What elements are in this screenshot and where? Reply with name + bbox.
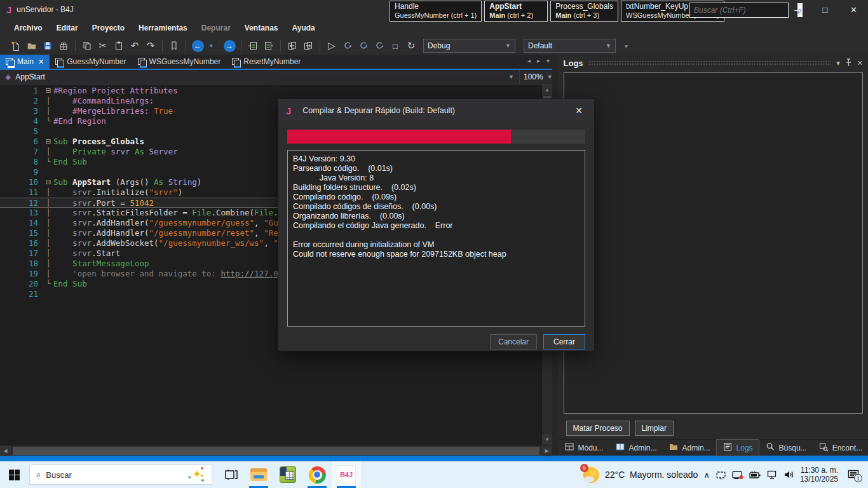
menu-editar[interactable]: Editar <box>50 21 85 35</box>
ide-search-input[interactable] <box>690 3 797 17</box>
tab-guessmynumber[interactable]: GuessMyNumber <box>50 55 132 69</box>
chevron-down-icon: ▼ <box>508 74 519 80</box>
line-number: 8 <box>0 157 43 167</box>
taskbar-app-b4j[interactable]: B4J <box>332 461 361 488</box>
scroll-up-icon[interactable]: ▲ <box>542 85 552 95</box>
copy-icon[interactable] <box>80 39 94 53</box>
tab-resetmynumber[interactable]: ResetMyNumber <box>226 55 306 69</box>
tab-wsguessmynumber[interactable]: WSGuessMyNumber <box>132 55 227 69</box>
redo-icon[interactable]: ↷ <box>144 39 158 53</box>
scroll-right-icon[interactable]: ▶ <box>541 445 552 456</box>
scroll-left-icon[interactable]: ◀ <box>0 445 11 456</box>
cut-icon[interactable]: ✂ <box>96 39 110 53</box>
run-icon[interactable]: ▷ <box>325 39 339 53</box>
nav-back-caret-icon[interactable]: ▾ <box>207 39 220 53</box>
menu-depurar[interactable]: Depurar <box>195 21 237 35</box>
stop-icon[interactable]: □ <box>388 39 402 53</box>
kill-process-button[interactable]: Matar Proceso <box>566 421 630 436</box>
bookmark-icon[interactable] <box>167 39 181 53</box>
quick-access-appstart[interactable]: AppStartMain (ctrl + 2) <box>484 1 548 22</box>
cancel-button[interactable]: Cancelar <box>490 334 537 349</box>
toolbar: ✂↶↷←▾→▷□↻ Debug▼ Default▼ ▾ <box>0 37 868 55</box>
panel-tab-logs[interactable]: Logs <box>716 439 759 456</box>
toolbar-overflow-icon[interactable]: ▾ <box>625 43 628 50</box>
fold-toggle-icon[interactable]: ⊟ <box>43 177 53 187</box>
panel-grip[interactable] <box>588 60 832 65</box>
scroll-down-icon[interactable]: ▼ <box>542 434 552 445</box>
compile-log-output[interactable]: B4J Versión: 9.30Parseando código. (0.01… <box>287 150 585 327</box>
quick-access-handle[interactable]: HandleGuessMyNumber (ctrl + 1) <box>390 1 482 22</box>
horizontal-scroll-thumb[interactable] <box>13 447 539 455</box>
taskbar-app-explorer[interactable] <box>244 461 273 488</box>
build-configuration-select[interactable]: Default▼ <box>524 39 616 53</box>
close-dialog-button[interactable]: Cerrar <box>543 334 585 349</box>
shift-right-icon[interactable] <box>301 39 315 53</box>
tabs-list-icon[interactable]: ▾ <box>546 57 550 64</box>
restart-icon[interactable]: ↻ <box>404 39 418 53</box>
clear-logs-button[interactable]: Limpiar <box>635 421 674 436</box>
quick-access-process_globals[interactable]: Process_GlobalsMain (ctrl + 3) <box>550 1 618 22</box>
tab-main[interactable]: Main✕ <box>0 55 50 69</box>
close-button[interactable]: ✕ <box>839 0 868 19</box>
taskbar-app-chrome[interactable] <box>302 461 332 488</box>
panel-tab-admin[interactable]: Admin... <box>609 440 663 456</box>
taskbar-clock[interactable]: 11:30 a. m. 13/10/2025 <box>800 466 838 484</box>
panel-tab-admin[interactable]: Admin... <box>663 440 716 456</box>
close-icon[interactable]: ✕ <box>857 59 863 67</box>
tabs-scroll-right-icon[interactable]: ▸ <box>537 57 540 64</box>
nav-back-icon[interactable]: ← <box>191 39 205 53</box>
taskbar-app-calc[interactable] <box>273 461 302 488</box>
debug-resume-icon[interactable] <box>372 39 386 53</box>
dialog-title-bar[interactable]: J Compilar & Depurar Rápido (Build: Defa… <box>278 99 594 122</box>
paste-icon[interactable] <box>112 39 126 53</box>
editor-horizontal-scrollbar[interactable]: ◀ ▶ <box>0 445 552 456</box>
minimize-button[interactable]: – <box>782 0 811 19</box>
screen-record-icon[interactable] <box>732 470 743 480</box>
logs-output-area[interactable] <box>564 72 864 414</box>
modules-icon[interactable] <box>57 39 71 53</box>
panel-tab-búsqu[interactable]: Búsqu... <box>759 440 813 456</box>
comment-remove-icon[interactable] <box>262 39 276 53</box>
shift-left-icon[interactable] <box>285 39 299 53</box>
menu-proyecto[interactable]: Proyecto <box>86 21 131 35</box>
volume-icon[interactable] <box>783 470 794 479</box>
debug-step-icon[interactable] <box>356 39 370 53</box>
menu-ventanas[interactable]: Ventanas <box>238 21 285 35</box>
editor-zoom-select[interactable]: 100%▼ <box>519 70 552 84</box>
menu-archivo[interactable]: Archivo <box>8 21 49 35</box>
sub-navigator-dropdown[interactable]: ◈ AppStart ▼ <box>0 72 519 81</box>
panel-tab-encont[interactable]: Encont... <box>813 440 868 456</box>
tabs-scroll-left-icon[interactable]: ◂ <box>527 57 531 64</box>
dialog-close-icon[interactable]: ✕ <box>571 104 587 117</box>
menu-ayuda[interactable]: Ayuda <box>286 21 322 35</box>
tray-chevron-icon[interactable]: ∧ <box>703 470 710 480</box>
network-icon[interactable] <box>767 470 778 479</box>
notification-center-button[interactable]: 1 <box>844 470 863 480</box>
fold-toggle-icon[interactable]: ⊟ <box>43 86 53 96</box>
chevron-down-icon[interactable]: ▾ <box>836 59 840 67</box>
menu-herramientas[interactable]: Herramientas <box>132 21 194 35</box>
tab-close-icon[interactable]: ✕ <box>38 58 44 66</box>
new-file-icon[interactable] <box>9 39 23 53</box>
battery-icon[interactable] <box>749 471 761 479</box>
undo-icon[interactable]: ↶ <box>128 39 142 53</box>
nav-forward-icon[interactable]: → <box>222 39 236 53</box>
task-view-button[interactable] <box>219 461 244 488</box>
debug-mode-select[interactable]: Debug▼ <box>423 39 515 53</box>
tab-label: WSGuessMyNumber <box>149 57 221 66</box>
debug-attach-icon[interactable] <box>341 39 355 53</box>
taskbar-weather[interactable]: 5 22°C Mayorm. soleado <box>583 466 698 484</box>
save-icon[interactable] <box>41 39 55 53</box>
fold-toggle-icon[interactable]: ⊟ <box>43 137 53 147</box>
maximize-button[interactable]: □ <box>811 0 839 19</box>
pin-icon[interactable] <box>845 58 852 68</box>
ide-search-box[interactable]: ⌕ <box>689 3 789 18</box>
cast-icon[interactable] <box>715 470 726 480</box>
code-line-1[interactable]: 1⊟#Region Project Attributes <box>0 86 541 96</box>
start-button[interactable] <box>0 461 28 488</box>
panel-tab-módu[interactable]: Módu... <box>559 440 609 456</box>
taskbar-search-box[interactable]: ⌕ Buscar ✦✦✦ <box>29 464 212 485</box>
open-folder-icon[interactable] <box>25 39 39 53</box>
line-number: 11 <box>0 187 43 198</box>
comment-add-icon[interactable] <box>246 39 260 53</box>
